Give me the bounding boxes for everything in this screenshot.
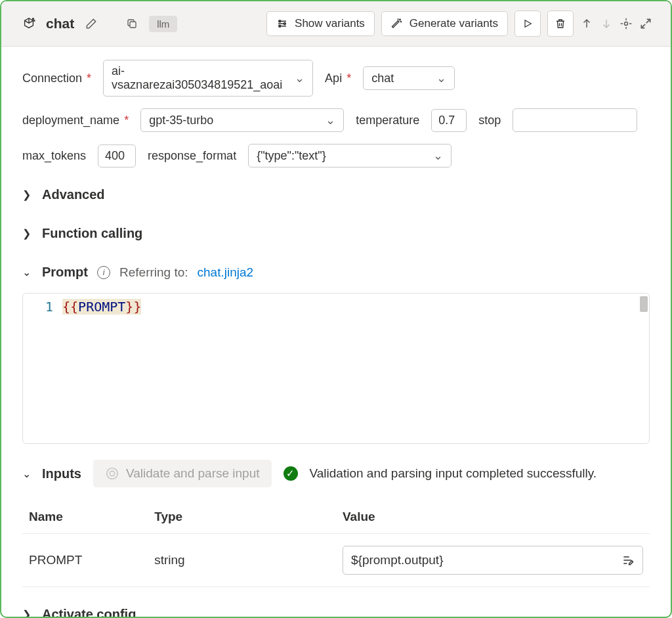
editor-content[interactable]: {{PROMPT}}	[62, 294, 649, 443]
arrow-up-icon[interactable]	[580, 17, 593, 30]
activate-config-section-toggle[interactable]: ❯ Activate config	[22, 603, 650, 618]
show-variants-button[interactable]: Show variants	[266, 11, 375, 36]
expand-icon[interactable]	[639, 17, 652, 30]
deployment-dropdown[interactable]: gpt-35-turbo ⌄	[140, 108, 344, 132]
show-variants-label: Show variants	[295, 17, 365, 30]
advanced-section-toggle[interactable]: ❯ Advanced	[22, 183, 650, 206]
referring-label: Referring to:	[119, 265, 188, 280]
cell-type: string	[148, 534, 336, 587]
response-format-value: {"type":"text"}	[257, 149, 326, 163]
connection-value: ai-vsaznarezai305034819521_aoai	[112, 64, 287, 92]
col-name: Name	[22, 500, 148, 534]
connection-label: Connection *	[22, 72, 91, 85]
chevron-down-icon: ⌄	[433, 148, 443, 163]
copy-icon[interactable]	[123, 14, 141, 33]
api-value: chat	[371, 72, 394, 85]
referring-link[interactable]: chat.jinja2	[198, 265, 254, 280]
inputs-title: Inputs	[42, 466, 81, 481]
node-type-tag: llm	[149, 16, 177, 32]
chevron-down-icon: ⌄	[22, 266, 33, 278]
delete-button[interactable]	[547, 11, 574, 37]
api-dropdown[interactable]: chat ⌄	[363, 66, 455, 90]
response-format-dropdown[interactable]: {"type":"text"} ⌄	[248, 144, 452, 167]
scrollbar-thumb[interactable]	[640, 296, 648, 312]
generate-variants-button[interactable]: Generate variants	[381, 11, 508, 36]
col-value: Value	[336, 500, 650, 534]
node-header: chat llm Show variants Generate variants	[1, 1, 671, 47]
connection-dropdown[interactable]: ai-vsaznarezai305034819521_aoai ⌄	[103, 60, 313, 97]
svg-point-13	[625, 22, 628, 26]
cell-name: PROMPT	[22, 534, 148, 587]
validate-label: Validate and parse input	[126, 466, 260, 481]
value-input[interactable]: ${prompt.output}	[343, 546, 643, 575]
flow-edit-icon[interactable]	[621, 554, 635, 567]
chevron-down-icon: ⌄	[295, 71, 304, 85]
cube-sparkle-icon	[20, 14, 38, 33]
inputs-table: Name Type Value PROMPT string ${prompt.o…	[22, 500, 650, 587]
prompt-title: Prompt	[42, 265, 88, 280]
deployment-label: deployment_name *	[22, 114, 129, 127]
editor-gutter: 1	[23, 294, 62, 443]
chevron-right-icon: ❯	[22, 227, 33, 240]
info-icon[interactable]: i	[97, 266, 110, 279]
chevron-down-icon: ⌄	[22, 468, 33, 480]
svg-point-14	[107, 468, 118, 479]
chevron-down-icon: ⌄	[326, 113, 335, 127]
generate-variants-label: Generate variants	[410, 17, 498, 30]
check-circle-icon: ✓	[284, 466, 298, 481]
arrow-down-icon[interactable]	[600, 17, 613, 30]
stop-input[interactable]	[513, 108, 637, 132]
max-tokens-input[interactable]: 400	[98, 144, 136, 167]
table-row: PROMPT string ${prompt.output}	[22, 534, 650, 587]
validation-status: Validation and parsing input completed s…	[310, 466, 597, 481]
svg-point-0	[33, 18, 34, 20]
target-icon[interactable]	[620, 17, 633, 30]
node-title: chat	[46, 16, 74, 32]
response-format-label: response_format	[148, 149, 236, 163]
col-type: Type	[148, 500, 336, 534]
function-calling-section-toggle[interactable]: ❯ Function calling	[22, 222, 650, 245]
activate-config-title: Activate config	[42, 607, 136, 618]
chevron-down-icon: ⌄	[436, 71, 446, 85]
run-button[interactable]	[514, 11, 541, 37]
svg-point-15	[110, 471, 114, 475]
advanced-title: Advanced	[42, 187, 105, 202]
svg-point-10	[400, 21, 401, 22]
svg-point-1	[34, 20, 35, 21]
function-calling-title: Function calling	[42, 226, 142, 241]
prompt-section-toggle[interactable]: ⌄ Prompt i Referring to: chat.jinja2	[22, 261, 650, 284]
prompt-editor[interactable]: 1 {{PROMPT}}	[22, 293, 650, 444]
svg-point-11	[398, 19, 398, 20]
temperature-label: temperature	[356, 114, 419, 127]
validate-button: Validate and parse input	[93, 460, 272, 487]
svg-marker-12	[525, 20, 531, 28]
chevron-right-icon: ❯	[22, 608, 33, 618]
svg-point-9	[400, 19, 401, 20]
max-tokens-label: max_tokens	[22, 149, 86, 163]
api-label: Api *	[325, 72, 351, 85]
chevron-right-icon: ❯	[22, 188, 33, 201]
edit-icon[interactable]	[82, 14, 100, 33]
deployment-value: gpt-35-turbo	[149, 114, 213, 127]
temperature-input[interactable]: 0.7	[431, 109, 467, 132]
cell-value: ${prompt.output}	[336, 534, 650, 587]
stop-label: stop	[478, 114, 501, 127]
inputs-section-toggle[interactable]: ⌄ Inputs	[22, 462, 81, 485]
svg-rect-2	[130, 22, 136, 28]
